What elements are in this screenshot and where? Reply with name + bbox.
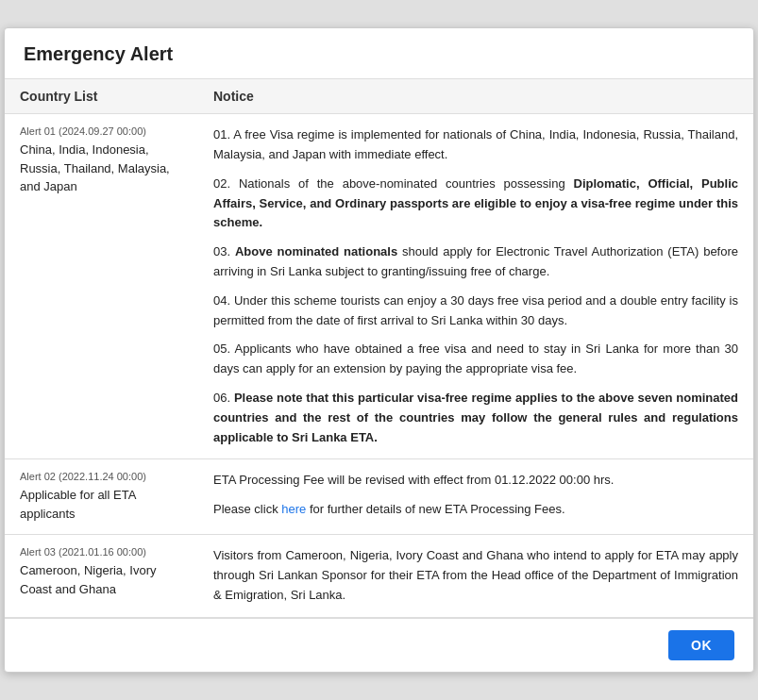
table-row: Alert 02 (2022.11.24 00:00)Applicable fo… [5,459,753,535]
dialog-footer: OK [5,618,753,672]
notice-paragraph: ETA Processing Fee will be revised with … [213,471,738,491]
notice-paragraph: 03. Above nominated nationals should app… [213,242,738,282]
alert-2-country-cell: Alert 02 (2022.11.24 00:00)Applicable fo… [5,459,198,535]
alert-1-label: Alert 01 (2024.09.27 00:00) [20,125,183,137]
alert-2-notice-cell: ETA Processing Fee will be revised with … [198,459,753,535]
emergency-alert-dialog: Emergency Alert Country List Notice Aler… [4,27,754,673]
alert-2-label: Alert 02 (2022.11.24 00:00) [20,471,183,482]
notice-paragraph: 01. A free Visa regime is implemented fo… [213,125,738,165]
column-header-notice: Notice [198,79,753,114]
table-container: Country List Notice Alert 01 (2024.09.27… [5,79,753,618]
notice-paragraph: 05. Applicants who have obtained a free … [213,340,738,379]
alert-3-label: Alert 03 (2021.01.16 00:00) [20,546,183,558]
alerts-table: Country List Notice Alert 01 (2024.09.27… [5,79,753,618]
here-link[interactable]: here [281,502,306,516]
dialog-title: Emergency Alert [5,28,753,79]
alert-3-country-cell: Alert 03 (2021.01.16 00:00)Cameroon, Nig… [5,535,198,617]
notice-paragraph: 02. Nationals of the above-nominated cou… [213,175,738,233]
table-row: Alert 03 (2021.01.16 00:00)Cameroon, Nig… [5,535,753,617]
alert-1-notice-cell: 01. A free Visa regime is implemented fo… [198,114,753,459]
alert-1-countries: China, India, Indonesia, Russia, Thailan… [20,141,183,196]
alert-3-countries: Cameroon, Nigeria, Ivory Coast and Ghana [20,561,183,598]
notice-paragraph: Please click here for further details of… [213,500,738,520]
notice-paragraph: 06. Please note that this particular vis… [213,389,738,447]
notice-paragraph: 04. Under this scheme tourists can enjoy… [213,292,738,331]
notice-paragraph: Visitors from Cameroon, Nigeria, Ivory C… [213,546,738,605]
column-header-country: Country List [5,79,198,114]
alert-3-notice-cell: Visitors from Cameroon, Nigeria, Ivory C… [198,535,753,617]
table-row: Alert 01 (2024.09.27 00:00)China, India,… [5,114,753,459]
alert-1-country-cell: Alert 01 (2024.09.27 00:00)China, India,… [5,114,198,459]
alert-2-countries: Applicable for all ETA applicants [20,486,183,523]
ok-button[interactable]: OK [668,630,734,660]
